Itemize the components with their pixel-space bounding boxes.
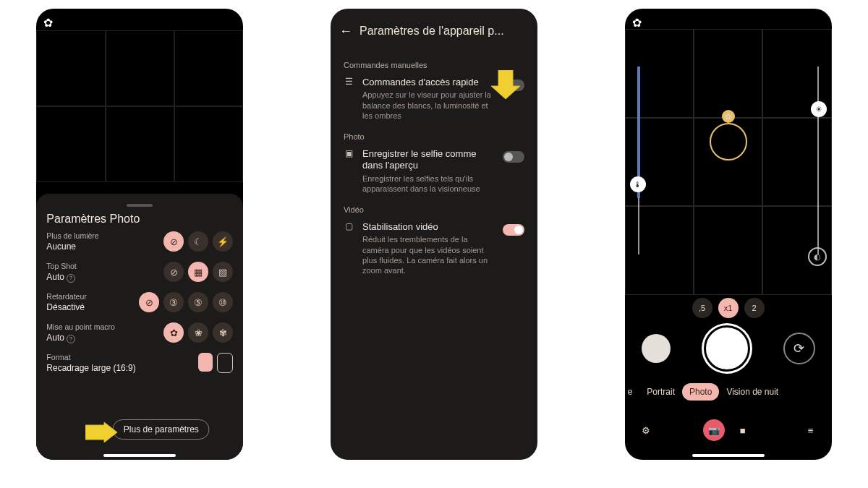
mode-portrait[interactable]: Portrait bbox=[639, 383, 682, 401]
help-icon[interactable]: ? bbox=[67, 335, 75, 343]
back-button[interactable]: ← bbox=[339, 25, 352, 38]
brightness-icon[interactable]: ☀ bbox=[811, 101, 827, 117]
row-timer: Retardateur Désactivé ⊘ ③ ⑤ ⑩ bbox=[46, 292, 233, 318]
topshot-auto-icon[interactable]: ▦ bbox=[188, 262, 208, 282]
night-icon[interactable]: ☾ bbox=[188, 231, 208, 252]
zoom-2x[interactable]: 2 bbox=[744, 298, 765, 318]
wb-slider[interactable] bbox=[638, 67, 639, 254]
mode-prev-cut[interactable]: e bbox=[625, 383, 640, 401]
more-settings-button[interactable]: Plus de paramètres bbox=[113, 419, 210, 440]
home-indicator[interactable] bbox=[103, 454, 176, 457]
video-mode-icon[interactable]: ■ bbox=[732, 419, 754, 441]
quick-title: Commandes d'accès rapide bbox=[362, 77, 495, 88]
section-video: Vidéo bbox=[344, 205, 524, 214]
screen-camera-manual: ✿ 🌡 ☀ ◐ ✿ ,5 x1 2 ⟳ e Portrait Photo Vis… bbox=[625, 9, 832, 460]
setting-selfie-preview[interactable]: ▣ Enregistrer le selfie comme dans l'ape… bbox=[344, 148, 524, 194]
macro-icon: ✿ bbox=[43, 16, 53, 30]
selfie-icon: ▣ bbox=[344, 148, 355, 158]
page-title: Paramètres de l'appareil p... bbox=[359, 25, 529, 38]
format-label: Format bbox=[46, 353, 155, 362]
sheet-title: Paramètres Photo bbox=[46, 213, 233, 226]
timer-value: Désactivé bbox=[46, 302, 126, 313]
macro-off-icon[interactable]: ✾ bbox=[213, 322, 233, 343]
selfie-desc: Enregistrer les selfies tels qu'ils appa… bbox=[362, 174, 495, 194]
macro-on-icon[interactable]: ❀ bbox=[188, 322, 208, 343]
svg-marker-1 bbox=[491, 70, 520, 99]
light-value: Aucune bbox=[46, 241, 126, 252]
camera-switch-button[interactable]: ⟳ bbox=[783, 333, 815, 364]
screen-photo-settings: ✿ Paramètres Photo Plus de lumière Aucun… bbox=[36, 9, 243, 460]
mode-photo[interactable]: Photo bbox=[682, 383, 719, 401]
zoom-selector: ,5 x1 2 bbox=[625, 298, 832, 318]
topshot-value: Auto bbox=[46, 272, 64, 282]
ratio-43-icon[interactable] bbox=[217, 353, 233, 373]
svg-marker-0 bbox=[85, 422, 117, 442]
timer-off-icon[interactable]: ⊘ bbox=[139, 292, 159, 312]
ratio-wide-icon[interactable] bbox=[198, 353, 213, 372]
light-label: Plus de lumière bbox=[46, 231, 126, 241]
row-topshot: Top Shot Auto? ⊘ ▦ ▧ bbox=[46, 262, 233, 288]
flash-on-icon[interactable]: ⚡ bbox=[213, 231, 233, 252]
shadow-icon[interactable]: ◐ bbox=[808, 247, 827, 266]
timer-3s-icon[interactable]: ③ bbox=[163, 292, 184, 312]
tune-icon[interactable]: ≡ bbox=[800, 419, 822, 441]
selfie-toggle[interactable] bbox=[503, 151, 524, 163]
focus-ring[interactable] bbox=[710, 123, 747, 160]
mode-selector[interactable]: e Portrait Photo Vision de nuit bbox=[625, 383, 832, 401]
sliders-icon: ☰ bbox=[344, 77, 355, 87]
settings-icon[interactable]: ⚙ bbox=[635, 419, 657, 441]
flash-off-icon[interactable]: ⊘ bbox=[163, 231, 184, 252]
sheet-handle[interactable] bbox=[127, 204, 153, 207]
zoom-1x[interactable]: x1 bbox=[718, 298, 739, 318]
format-value: Recadrage large (16:9) bbox=[46, 363, 155, 374]
shutter-button[interactable] bbox=[704, 325, 750, 372]
selfie-title: Enregistrer le selfie comme dans l'aperç… bbox=[362, 148, 495, 172]
viewfinder-grid[interactable] bbox=[625, 29, 832, 295]
timer-label: Retardateur bbox=[46, 292, 126, 301]
quick-desc: Appuyez sur le viseur pour ajuster la ba… bbox=[362, 90, 495, 121]
macro-auto-icon[interactable]: ✿ bbox=[163, 322, 184, 343]
photo-settings-sheet: Paramètres Photo Plus de lumière Aucune … bbox=[36, 194, 243, 460]
row-macro: Mise au point macro Auto? ✿ ❀ ✾ bbox=[46, 322, 233, 348]
home-indicator[interactable] bbox=[692, 454, 765, 457]
timer-5s-icon[interactable]: ⑤ bbox=[188, 292, 208, 312]
topshot-off-icon[interactable]: ⊘ bbox=[163, 262, 184, 282]
topshot-on-icon[interactable]: ▧ bbox=[213, 262, 233, 282]
wb-slider-handle[interactable]: 🌡 bbox=[630, 176, 646, 192]
brightness-slider[interactable] bbox=[817, 67, 819, 254]
row-format: Format Recadrage large (16:9) bbox=[46, 353, 233, 379]
timer-10s-icon[interactable]: ⑩ bbox=[213, 292, 233, 312]
macro-label: Mise au point macro bbox=[46, 322, 126, 332]
stabilization-toggle[interactable] bbox=[503, 224, 524, 236]
section-photo: Photo bbox=[344, 132, 524, 141]
row-light: Plus de lumière Aucune ⊘ ☾ ⚡ bbox=[46, 231, 233, 257]
viewfinder: ✿ bbox=[36, 9, 243, 194]
setting-video-stabilization[interactable]: ▢ Stabilisation vidéo Réduit les tremble… bbox=[344, 221, 524, 275]
section-manual: Commandes manuelles bbox=[344, 61, 524, 69]
macro-value: Auto bbox=[46, 333, 64, 343]
zoom-05[interactable]: ,5 bbox=[692, 298, 712, 318]
stab-desc: Réduit les tremblements de la caméra pou… bbox=[362, 234, 495, 275]
annotation-arrow-icon bbox=[85, 422, 117, 442]
focus-macro-icon: ✿ bbox=[722, 110, 735, 123]
screen-camera-settings: ← Paramètres de l'appareil p... Commande… bbox=[331, 9, 537, 460]
photo-mode-icon[interactable]: 📷 bbox=[703, 419, 725, 441]
stabilization-icon: ▢ bbox=[344, 221, 355, 231]
gallery-thumbnail[interactable] bbox=[642, 334, 671, 363]
stab-title: Stabilisation vidéo bbox=[362, 221, 495, 233]
topshot-label: Top Shot bbox=[46, 262, 126, 271]
macro-icon: ✿ bbox=[632, 16, 642, 30]
help-icon[interactable]: ? bbox=[67, 274, 75, 283]
annotation-arrow-icon bbox=[491, 70, 520, 99]
mode-night[interactable]: Vision de nuit bbox=[719, 383, 786, 401]
